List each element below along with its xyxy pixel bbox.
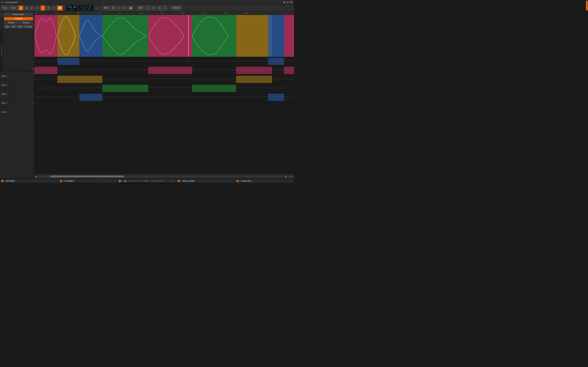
- osc-power[interactable]: [236, 180, 239, 182]
- take-1-close[interactable]: ×: [32, 111, 33, 113]
- oscilloscope-panel: ≡ OSCILLOSC. Trigger A B ||| ▷ Hold 320 …: [235, 179, 294, 184]
- svg-rect-3: [102, 15, 148, 57]
- window-title: CompingGUI*: [5, 1, 18, 3]
- svg-rect-0: [35, 15, 57, 57]
- svg-rect-4: [148, 15, 192, 57]
- dynamics-power[interactable]: [60, 180, 62, 182]
- play-label-button[interactable]: PLAY: [9, 6, 17, 10]
- svg-line-33: [61, 183, 98, 184]
- eq-gain-label: Gain: [140, 180, 143, 182]
- scrollbar-thumb[interactable]: [50, 175, 124, 177]
- de-esser-power[interactable]: [1, 180, 3, 182]
- de-esser-icon: ≡: [4, 180, 5, 182]
- de-esser-panel: ≡ DE-ESSER 4.49 kHz ⇌ ◁: [0, 179, 59, 184]
- lead-vocals-label: LEAD VOCALS #1: [1, 44, 2, 57]
- formant-button[interactable]: Formant: [24, 25, 33, 28]
- pitch-button[interactable]: Pitch: [17, 25, 23, 28]
- limiter-panel: ≡ PEAK LIMITER -17.2 −10 −20 −30: [176, 179, 235, 184]
- eq-name: EQ+: [124, 180, 127, 182]
- tab-close-icon[interactable]: ×: [19, 1, 21, 3]
- file-button[interactable]: FILE: [1, 6, 9, 10]
- window-minimize[interactable]: −: [287, 1, 289, 3]
- take-2-close[interactable]: ×: [32, 102, 33, 104]
- stretch-button[interactable]: Stretch: [4, 21, 18, 24]
- bars-button[interactable]: |||: [111, 6, 116, 10]
- left-panel: CLIP Audio Events Comping Stretch Onsets…: [0, 11, 35, 179]
- copy-button[interactable]: ⧉: [157, 6, 162, 10]
- svg-rect-21: [35, 84, 294, 93]
- audio-events-button[interactable]: Audio Events: [4, 13, 33, 16]
- pan-button[interactable]: Pan: [11, 25, 17, 28]
- window-restore[interactable]: □: [283, 1, 285, 3]
- take-5-close[interactable]: ×: [32, 75, 33, 77]
- take-4-close[interactable]: ×: [32, 84, 33, 86]
- main-toolbar: FILE PLAY ▶ ■ ● ⇌ + ⊞ + ⬜ 110.00 4/4 3.2…: [0, 5, 294, 11]
- svg-rect-7: [268, 15, 284, 57]
- ruler-mark-2-1: 2.1: [77, 11, 80, 15]
- position-display[interactable]: 3.2.3.31 0:05.225: [78, 5, 94, 11]
- stretch-onsets-row: Stretch Onsets: [4, 21, 33, 24]
- svg-rect-19: [57, 76, 102, 83]
- folder-button[interactable]: 📁: [128, 6, 134, 10]
- ruler-mark-4-1: 4.1: [245, 11, 248, 15]
- svg-rect-20: [236, 76, 272, 83]
- record-button[interactable]: ●: [29, 6, 34, 10]
- loop-button[interactable]: ⇌: [35, 6, 40, 10]
- take-5-track[interactable]: [35, 57, 294, 66]
- dynamics-panel: ≡ DYNAMICS: [59, 179, 118, 184]
- comp-track[interactable]: [35, 15, 294, 57]
- comping-button[interactable]: Comping: [4, 17, 33, 20]
- svg-rect-12: [268, 58, 284, 65]
- take-1-row: Take 1 ×: [0, 108, 34, 117]
- add-marker-button[interactable]: +: [52, 6, 56, 10]
- svg-rect-25: [79, 94, 102, 101]
- clip-label: CLIP: [0, 12, 3, 17]
- stop-button[interactable]: ■: [24, 6, 29, 10]
- region-button[interactable]: REGION: [171, 6, 182, 10]
- tempo-display[interactable]: 110.00 4/4: [66, 5, 78, 11]
- scroll-right-icon[interactable]: ▶: [285, 175, 287, 178]
- ruler-mark-3-4: 3.4: [224, 11, 227, 15]
- scroll-left-icon[interactable]: ◀: [35, 175, 37, 178]
- ruler-mark-2-4: 2.4: [140, 11, 143, 15]
- arrow-up-icon: ▲: [96, 7, 97, 9]
- take-1-track[interactable]: [35, 93, 294, 102]
- dynamics-icon: ≡: [63, 180, 64, 182]
- timeline-area: 1.3 1.4 2.1 2.2 2.3 2.4 3.1 3.2 3.3 3.4 …: [35, 11, 294, 179]
- take-3-track[interactable]: [35, 75, 294, 84]
- take-2-label: Take 2: [1, 102, 32, 104]
- redo-button[interactable]: ↪: [151, 6, 156, 10]
- svg-rect-22: [102, 85, 148, 92]
- undo-button[interactable]: ↩: [146, 6, 150, 10]
- return-button[interactable]: ↺: [122, 6, 127, 10]
- edit-button[interactable]: EDIT: [137, 6, 145, 10]
- play-button[interactable]: ▶: [18, 6, 23, 10]
- add-button[interactable]: ADD: [103, 6, 110, 10]
- limiter-power[interactable]: [178, 180, 180, 182]
- dynamics-name: DYNAMICS: [65, 180, 74, 182]
- take-2-track[interactable]: [35, 84, 294, 93]
- take-3-close[interactable]: ×: [32, 93, 33, 95]
- horizontal-scrollbar[interactable]: [37, 175, 285, 177]
- title-bar: ⊞ CompingGUI* × ⋮⋮⋮ □ − ×: [0, 0, 294, 5]
- take-5-row: Take 5 ×: [0, 72, 34, 81]
- take-4-track[interactable]: [35, 66, 294, 75]
- add-track-icon[interactable]: +: [32, 67, 34, 71]
- delete-button[interactable]: ✕: [163, 6, 167, 10]
- comp-button[interactable]: ⊞: [46, 6, 51, 10]
- gain-button[interactable]: Gain: [4, 25, 10, 28]
- svg-rect-5: [192, 15, 236, 57]
- limiter-name: PEAK LIMITER: [182, 180, 195, 182]
- eq-display[interactable]: 4 5 2 10k 1k 100 20 +10 0 -10: [120, 183, 176, 184]
- eq-power[interactable]: [119, 180, 121, 182]
- svg-rect-2: [79, 15, 102, 57]
- active-tool-button[interactable]: ⬜: [57, 6, 63, 10]
- limiter-header: ≡ PEAK LIMITER: [176, 179, 235, 183]
- onsets-button[interactable]: Onsets: [19, 21, 33, 24]
- tempo-value: 110.00: [67, 6, 76, 8]
- svg-rect-14: [35, 67, 57, 74]
- svg-rect-8: [284, 15, 294, 57]
- play-small-button[interactable]: ▷: [116, 6, 121, 10]
- tracks-container: [35, 15, 294, 174]
- add-track-button[interactable]: +: [41, 6, 45, 10]
